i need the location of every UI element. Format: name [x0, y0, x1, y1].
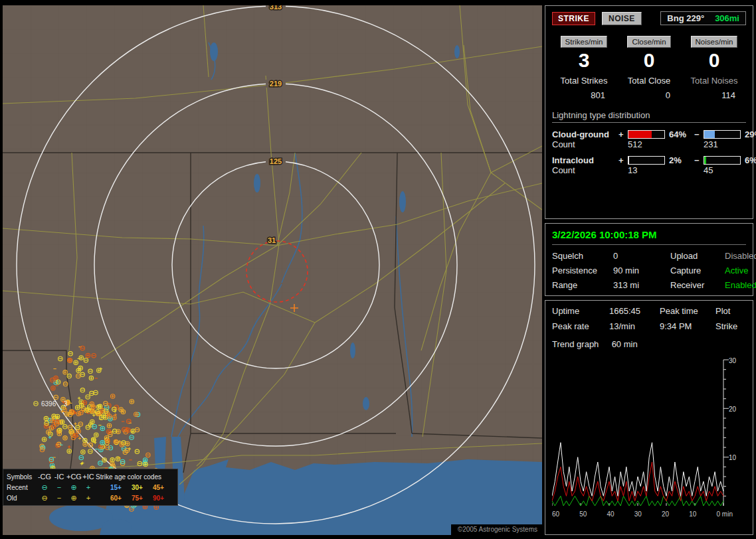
age-30: 30+ — [132, 484, 153, 491]
plot-value: Strike — [715, 321, 746, 331]
capture-value: Active — [725, 266, 756, 275]
persistence-value: 90 min — [613, 266, 670, 275]
close-per-min-value: 0 — [617, 49, 681, 72]
peak-time-value: 9:34 PM — [660, 321, 715, 331]
plus-sign: + — [618, 155, 628, 165]
legend-symbols-header: Symbols — [7, 473, 37, 481]
ytick-30: 30 — [729, 357, 737, 364]
trend-graph-window: 60 min — [612, 339, 638, 349]
noises-per-min-value: 0 — [682, 49, 746, 72]
age-75: 75+ — [132, 495, 153, 502]
noise-toggle-button[interactable]: NOISE — [602, 12, 642, 25]
total-close-value: 0 — [617, 90, 681, 100]
cg-negative-bar — [704, 130, 741, 139]
side-panel: STRIKE NOISE Bng 229° 306mi Strikes/min … — [545, 5, 753, 535]
range-value: 313 mi — [613, 280, 670, 290]
intracloud-count-row: Count 13 45 — [552, 165, 746, 175]
close-per-min-button[interactable]: Close/min — [627, 36, 670, 48]
count-label: Count — [552, 139, 618, 149]
ytick-10: 10 — [729, 454, 737, 461]
ring-label-219: 219 — [270, 80, 282, 88]
xtick-30: 30 — [634, 510, 642, 518]
strikes-per-min-value: 3 — [552, 49, 616, 72]
legend-col-pos-cg: +CG — [66, 473, 81, 481]
cell-id: 6396 — [41, 400, 56, 408]
ic-negative-count: 45 — [704, 165, 742, 175]
upload-label: Upload — [670, 251, 725, 261]
legend-col-neg-cg: -CG — [37, 473, 52, 481]
bearing-distance: 306mi — [715, 13, 739, 23]
squelch-label: Squelch — [552, 251, 613, 261]
age-60: 60+ — [110, 495, 132, 502]
age-45: 45+ — [153, 484, 174, 491]
lightning-tracker-window: 6396 3 313 219 125 31 Symbols -CG -IC +C… — [0, 0, 756, 539]
peak-rate-label: Peak rate — [552, 321, 609, 331]
strike-legend: Symbols -CG -IC +CG +IC Strike age color… — [3, 469, 178, 506]
legend-age-header: Strike age color codes — [96, 473, 174, 481]
map-canvas[interactable]: 6396 3 313 219 125 31 — [3, 5, 542, 535]
upload-value: Disabled — [725, 251, 756, 261]
minus-icon: − — [52, 494, 66, 502]
ic-positive-bar — [628, 156, 665, 165]
ic-negative-bar — [704, 156, 741, 165]
cg-positive-bar — [628, 130, 665, 139]
ic-positive-count: 13 — [628, 165, 666, 175]
cloud-ground-count-row: Count 512 231 — [552, 139, 746, 149]
noises-per-min-button[interactable]: Noises/min — [691, 36, 738, 48]
cell-count: 3 — [64, 400, 68, 408]
bearing-label: Bng 229° — [667, 13, 704, 23]
datetime-display: 3/22/2026 10:00:18 PM — [552, 229, 746, 245]
plus-icon: + — [81, 483, 96, 491]
range-label: Range — [552, 280, 613, 290]
circle-plus-icon: ⊕ — [66, 494, 81, 502]
age-15: 15+ — [110, 484, 132, 491]
receiver-label: Receiver — [670, 280, 725, 290]
intracloud-row: Intracloud + 2% − 6% — [552, 155, 746, 165]
trend-chart-canvas: 30 20 10 — [552, 357, 745, 508]
xtick-40: 40 — [607, 510, 614, 518]
persistence-label: Persistence — [552, 266, 613, 275]
ytick-20: 20 — [729, 406, 737, 413]
uptime-value: 1665:45 — [609, 306, 660, 316]
squelch-value: 0 — [613, 251, 670, 261]
total-strikes-value: 801 — [552, 90, 616, 100]
status-panel: 3/22/2026 10:00:18 PM Squelch 0 Upload D… — [545, 223, 753, 296]
ring-label-31: 31 — [268, 236, 276, 244]
map-view[interactable]: 6396 3 313 219 125 31 Symbols -CG -IC +C… — [3, 5, 542, 535]
uptime-label: Uptime — [552, 306, 609, 316]
legend-col-neg-ic: -IC — [52, 473, 66, 481]
age-90: 90+ — [153, 495, 174, 502]
bearing-display: Bng 229° 306mi — [660, 11, 746, 25]
total-noises-label: Total Noises — [682, 76, 746, 86]
minus-sign: − — [694, 155, 704, 165]
plus-icon: + — [81, 494, 96, 502]
ring-label-125: 125 — [270, 157, 282, 165]
xtick-60: 60 — [552, 510, 559, 518]
peak-time-label: Peak time — [660, 306, 715, 316]
cg-negative-pct: 29% — [742, 129, 756, 139]
ic-negative-pct: 6% — [742, 155, 756, 165]
strikes-per-min-button[interactable]: Strikes/min — [561, 36, 608, 48]
plus-sign: + — [618, 129, 628, 139]
ring-label-313: 313 — [270, 5, 282, 11]
receiver-value: Enabled — [725, 280, 756, 290]
xtick-50: 50 — [579, 510, 587, 518]
circle-plus-icon: ⊕ — [66, 483, 81, 492]
total-strikes-label: Total Strikes — [552, 76, 616, 86]
xtick-0: 0 min — [717, 510, 733, 518]
strike-toggle-button[interactable]: STRIKE — [552, 12, 595, 25]
total-noises-value: 114 — [682, 90, 746, 100]
trend-graph-label: Trend graph — [552, 339, 609, 349]
legend-old-label: Old — [7, 495, 37, 502]
cg-negative-count: 231 — [704, 139, 742, 149]
cg-positive-count: 512 — [628, 139, 666, 149]
peak-rate-value: 13/min — [609, 321, 660, 331]
distribution-title: Lightning type distribution — [552, 110, 746, 123]
trend-panel: Uptime 1665:45 Peak time Plot Peak rate … — [545, 300, 753, 535]
counters-panel: STRIKE NOISE Bng 229° 306mi Strikes/min … — [545, 5, 753, 219]
capture-label: Capture — [670, 266, 725, 275]
trend-chart: 30 20 10 60 50 40 30 20 10 0 min — [552, 357, 746, 518]
legend-col-pos-ic: +IC — [81, 473, 96, 481]
legend-row-recent: Recent ⊖ − ⊕ + 15+ 30+ 45+ — [7, 482, 174, 493]
ic-positive-pct: 2% — [666, 155, 694, 165]
